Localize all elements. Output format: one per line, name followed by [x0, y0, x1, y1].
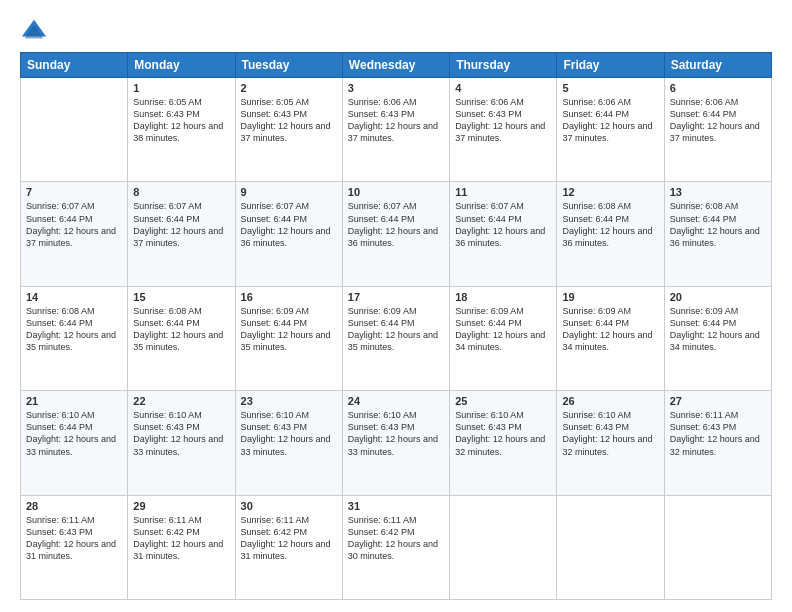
- calendar-cell: [21, 78, 128, 182]
- day-header-wednesday: Wednesday: [342, 53, 449, 78]
- calendar-cell: 23 Sunrise: 6:10 AMSunset: 6:43 PMDaylig…: [235, 391, 342, 495]
- day-info: Sunrise: 6:06 AMSunset: 6:44 PMDaylight:…: [670, 97, 760, 143]
- day-number: 22: [133, 395, 229, 407]
- calendar-week-3: 21 Sunrise: 6:10 AMSunset: 6:44 PMDaylig…: [21, 391, 772, 495]
- calendar-cell: [557, 495, 664, 599]
- day-header-saturday: Saturday: [664, 53, 771, 78]
- day-number: 11: [455, 186, 551, 198]
- calendar-cell: 11 Sunrise: 6:07 AMSunset: 6:44 PMDaylig…: [450, 182, 557, 286]
- day-info: Sunrise: 6:11 AMSunset: 6:43 PMDaylight:…: [26, 515, 116, 561]
- day-number: 13: [670, 186, 766, 198]
- calendar-cell: 25 Sunrise: 6:10 AMSunset: 6:43 PMDaylig…: [450, 391, 557, 495]
- day-info: Sunrise: 6:09 AMSunset: 6:44 PMDaylight:…: [348, 306, 438, 352]
- calendar-cell: 27 Sunrise: 6:11 AMSunset: 6:43 PMDaylig…: [664, 391, 771, 495]
- day-info: Sunrise: 6:07 AMSunset: 6:44 PMDaylight:…: [133, 201, 223, 247]
- calendar-cell: 16 Sunrise: 6:09 AMSunset: 6:44 PMDaylig…: [235, 286, 342, 390]
- calendar-cell: 15 Sunrise: 6:08 AMSunset: 6:44 PMDaylig…: [128, 286, 235, 390]
- day-number: 7: [26, 186, 122, 198]
- day-info: Sunrise: 6:10 AMSunset: 6:43 PMDaylight:…: [133, 410, 223, 456]
- calendar-cell: 17 Sunrise: 6:09 AMSunset: 6:44 PMDaylig…: [342, 286, 449, 390]
- calendar-cell: 30 Sunrise: 6:11 AMSunset: 6:42 PMDaylig…: [235, 495, 342, 599]
- day-number: 6: [670, 82, 766, 94]
- day-info: Sunrise: 6:11 AMSunset: 6:42 PMDaylight:…: [133, 515, 223, 561]
- day-number: 12: [562, 186, 658, 198]
- day-number: 25: [455, 395, 551, 407]
- day-number: 29: [133, 500, 229, 512]
- day-header-monday: Monday: [128, 53, 235, 78]
- calendar-body: 1 Sunrise: 6:05 AMSunset: 6:43 PMDayligh…: [21, 78, 772, 600]
- day-info: Sunrise: 6:05 AMSunset: 6:43 PMDaylight:…: [241, 97, 331, 143]
- day-info: Sunrise: 6:07 AMSunset: 6:44 PMDaylight:…: [241, 201, 331, 247]
- calendar-cell: 5 Sunrise: 6:06 AMSunset: 6:44 PMDayligh…: [557, 78, 664, 182]
- calendar-cell: 3 Sunrise: 6:06 AMSunset: 6:43 PMDayligh…: [342, 78, 449, 182]
- calendar-cell: 9 Sunrise: 6:07 AMSunset: 6:44 PMDayligh…: [235, 182, 342, 286]
- day-number: 28: [26, 500, 122, 512]
- day-number: 10: [348, 186, 444, 198]
- calendar-cell: 20 Sunrise: 6:09 AMSunset: 6:44 PMDaylig…: [664, 286, 771, 390]
- day-info: Sunrise: 6:07 AMSunset: 6:44 PMDaylight:…: [455, 201, 545, 247]
- day-number: 16: [241, 291, 337, 303]
- day-info: Sunrise: 6:06 AMSunset: 6:43 PMDaylight:…: [348, 97, 438, 143]
- day-info: Sunrise: 6:11 AMSunset: 6:42 PMDaylight:…: [241, 515, 331, 561]
- day-info: Sunrise: 6:09 AMSunset: 6:44 PMDaylight:…: [455, 306, 545, 352]
- day-header-sunday: Sunday: [21, 53, 128, 78]
- day-number: 15: [133, 291, 229, 303]
- calendar: SundayMondayTuesdayWednesdayThursdayFrid…: [20, 52, 772, 600]
- calendar-cell: 6 Sunrise: 6:06 AMSunset: 6:44 PMDayligh…: [664, 78, 771, 182]
- day-info: Sunrise: 6:10 AMSunset: 6:43 PMDaylight:…: [241, 410, 331, 456]
- day-number: 4: [455, 82, 551, 94]
- day-number: 23: [241, 395, 337, 407]
- calendar-cell: 14 Sunrise: 6:08 AMSunset: 6:44 PMDaylig…: [21, 286, 128, 390]
- calendar-cell: 31 Sunrise: 6:11 AMSunset: 6:42 PMDaylig…: [342, 495, 449, 599]
- day-header-friday: Friday: [557, 53, 664, 78]
- day-header-tuesday: Tuesday: [235, 53, 342, 78]
- calendar-cell: 2 Sunrise: 6:05 AMSunset: 6:43 PMDayligh…: [235, 78, 342, 182]
- day-info: Sunrise: 6:09 AMSunset: 6:44 PMDaylight:…: [670, 306, 760, 352]
- day-number: 14: [26, 291, 122, 303]
- calendar-cell: 8 Sunrise: 6:07 AMSunset: 6:44 PMDayligh…: [128, 182, 235, 286]
- day-info: Sunrise: 6:09 AMSunset: 6:44 PMDaylight:…: [241, 306, 331, 352]
- calendar-cell: [450, 495, 557, 599]
- day-info: Sunrise: 6:08 AMSunset: 6:44 PMDaylight:…: [26, 306, 116, 352]
- day-info: Sunrise: 6:07 AMSunset: 6:44 PMDaylight:…: [348, 201, 438, 247]
- calendar-cell: 26 Sunrise: 6:10 AMSunset: 6:43 PMDaylig…: [557, 391, 664, 495]
- calendar-cell: 1 Sunrise: 6:05 AMSunset: 6:43 PMDayligh…: [128, 78, 235, 182]
- day-number: 9: [241, 186, 337, 198]
- day-number: 5: [562, 82, 658, 94]
- day-info: Sunrise: 6:10 AMSunset: 6:43 PMDaylight:…: [348, 410, 438, 456]
- day-number: 18: [455, 291, 551, 303]
- day-info: Sunrise: 6:11 AMSunset: 6:43 PMDaylight:…: [670, 410, 760, 456]
- day-info: Sunrise: 6:06 AMSunset: 6:43 PMDaylight:…: [455, 97, 545, 143]
- day-number: 3: [348, 82, 444, 94]
- logo: [20, 16, 52, 44]
- calendar-cell: 10 Sunrise: 6:07 AMSunset: 6:44 PMDaylig…: [342, 182, 449, 286]
- header: [20, 16, 772, 44]
- day-number: 21: [26, 395, 122, 407]
- day-number: 8: [133, 186, 229, 198]
- day-number: 17: [348, 291, 444, 303]
- calendar-cell: 29 Sunrise: 6:11 AMSunset: 6:42 PMDaylig…: [128, 495, 235, 599]
- day-number: 24: [348, 395, 444, 407]
- calendar-cell: 21 Sunrise: 6:10 AMSunset: 6:44 PMDaylig…: [21, 391, 128, 495]
- calendar-week-2: 14 Sunrise: 6:08 AMSunset: 6:44 PMDaylig…: [21, 286, 772, 390]
- day-header-thursday: Thursday: [450, 53, 557, 78]
- day-number: 26: [562, 395, 658, 407]
- day-number: 31: [348, 500, 444, 512]
- day-number: 19: [562, 291, 658, 303]
- day-info: Sunrise: 6:08 AMSunset: 6:44 PMDaylight:…: [562, 201, 652, 247]
- day-info: Sunrise: 6:08 AMSunset: 6:44 PMDaylight:…: [670, 201, 760, 247]
- logo-icon: [20, 16, 48, 44]
- calendar-cell: 19 Sunrise: 6:09 AMSunset: 6:44 PMDaylig…: [557, 286, 664, 390]
- day-number: 20: [670, 291, 766, 303]
- calendar-cell: 28 Sunrise: 6:11 AMSunset: 6:43 PMDaylig…: [21, 495, 128, 599]
- calendar-cell: 22 Sunrise: 6:10 AMSunset: 6:43 PMDaylig…: [128, 391, 235, 495]
- day-info: Sunrise: 6:10 AMSunset: 6:43 PMDaylight:…: [455, 410, 545, 456]
- day-info: Sunrise: 6:11 AMSunset: 6:42 PMDaylight:…: [348, 515, 438, 561]
- calendar-cell: 13 Sunrise: 6:08 AMSunset: 6:44 PMDaylig…: [664, 182, 771, 286]
- calendar-cell: 24 Sunrise: 6:10 AMSunset: 6:43 PMDaylig…: [342, 391, 449, 495]
- day-number: 1: [133, 82, 229, 94]
- calendar-cell: 4 Sunrise: 6:06 AMSunset: 6:43 PMDayligh…: [450, 78, 557, 182]
- day-info: Sunrise: 6:07 AMSunset: 6:44 PMDaylight:…: [26, 201, 116, 247]
- day-number: 30: [241, 500, 337, 512]
- calendar-cell: 12 Sunrise: 6:08 AMSunset: 6:44 PMDaylig…: [557, 182, 664, 286]
